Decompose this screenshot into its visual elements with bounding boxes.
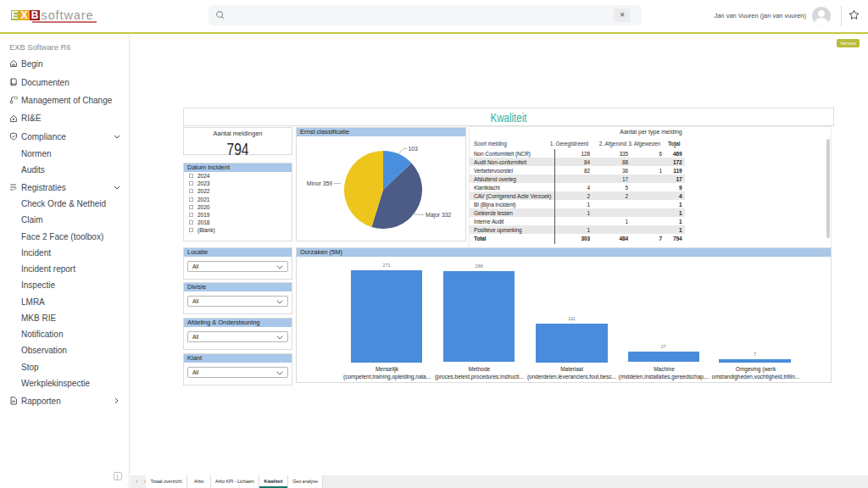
svg-text:Minor 359: Minor 359: [307, 180, 332, 186]
svg-text:Major 332: Major 332: [426, 212, 451, 219]
svg-text:103: 103: [409, 146, 419, 152]
